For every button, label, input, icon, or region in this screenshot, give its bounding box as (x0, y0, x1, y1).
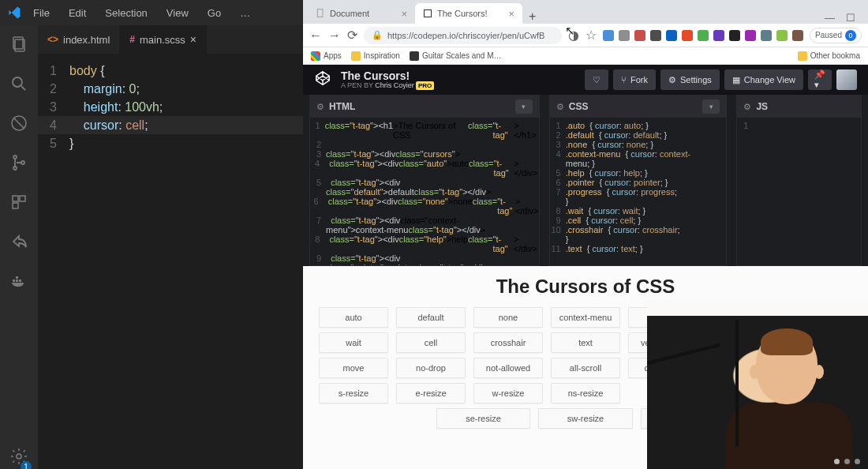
cursor-cell-none[interactable]: none (473, 307, 543, 328)
menu-go[interactable]: Go (200, 4, 229, 22)
tab-index-html[interactable]: <> index.html (38, 25, 120, 54)
cursor-cell-sw-resize[interactable]: sw-resize (538, 408, 633, 429)
explorer-icon[interactable] (9, 35, 28, 57)
cursor-cell-wait[interactable]: wait (319, 332, 388, 353)
bookmark-other[interactable]: Other bookma (798, 51, 860, 61)
close-tab-icon[interactable]: × (401, 8, 407, 20)
settings-button[interactable]: ⚙Settings (660, 69, 720, 90)
extensions-icon[interactable] (9, 193, 28, 215)
cursor-cell-not-allowed[interactable]: not-allowed (473, 358, 543, 378)
code-editor[interactable]: 1body { 2 margin: 0; 3 height: 100vh; 4 … (38, 54, 303, 469)
browser-tab-cursors[interactable]: The Cursors! × (415, 3, 522, 24)
browser-window: Document × The Cursors! × + — ☐ ← → ⟳ 🔒 … (303, 0, 868, 469)
bookmark-inspiration[interactable]: Inspiration (351, 51, 400, 61)
bookmarks-bar: Apps Inspiration Guitar Scales and M… Ot… (303, 47, 868, 65)
codepen-favicon-icon (423, 9, 432, 18)
ext-icon[interactable] (761, 30, 772, 41)
star-icon[interactable]: ☆ (586, 28, 597, 43)
svg-rect-11 (16, 280, 18, 282)
cursor-cell-move[interactable]: move (319, 358, 388, 378)
vscode-logo-icon (6, 5, 22, 21)
ext-icon[interactable] (698, 30, 709, 41)
ext-icon[interactable] (634, 30, 645, 41)
pen-byline: A PEN BY Chris CoyierPRO (341, 81, 434, 89)
cursor-cell-se-resize[interactable]: se-resize (436, 408, 531, 429)
css-editor[interactable]: 1.auto { cursor: auto; }2.default { curs… (550, 118, 727, 265)
vscode-window: File Edit Selection View Go … 1 <> i (0, 0, 303, 469)
js-editor[interactable]: 1 (737, 118, 861, 265)
user-avatar[interactable] (836, 69, 857, 90)
qr-icon[interactable]: ◑ (568, 28, 579, 43)
address-bar[interactable]: 🔒 https://codepen.io/chriscoyier/pen/uCw… (364, 27, 562, 44)
browser-tab-document[interactable]: Document × (308, 3, 415, 24)
no-bug-icon[interactable] (9, 114, 28, 136)
cursor-cell-crosshair[interactable]: crosshair (473, 332, 543, 353)
lock-icon: 🔒 (372, 30, 383, 40)
cursor-cell-auto[interactable]: auto (319, 307, 388, 328)
vscode-titlebar: File Edit Selection View Go … (0, 0, 303, 25)
minimize-icon[interactable]: — (825, 12, 835, 24)
menu-view[interactable]: View (159, 4, 196, 22)
cursor-cell-all-scroll[interactable]: all-scroll (551, 358, 620, 378)
cursor-cell-no-drop[interactable]: no-drop (396, 358, 466, 378)
svg-point-6 (21, 161, 24, 164)
cursor-cell-w-resize[interactable]: w-resize (473, 383, 543, 403)
cursor-cell-context-menu[interactable]: context-menu (551, 307, 620, 328)
svg-rect-15 (317, 9, 323, 17)
manage-gear-icon[interactable]: 1 (9, 447, 28, 469)
bookmark-apps[interactable]: Apps (311, 51, 342, 61)
docker-icon[interactable] (9, 272, 28, 294)
tab-main-scss[interactable]: # main.scss × (120, 25, 207, 54)
forward-icon[interactable]: → (328, 28, 341, 43)
svg-point-14 (17, 454, 21, 459)
menu-file[interactable]: File (25, 4, 58, 22)
share-icon[interactable] (9, 232, 28, 254)
panel-title: CSS (569, 101, 589, 112)
back-icon[interactable]: ← (309, 28, 322, 43)
source-control-icon[interactable] (9, 153, 28, 175)
cursor-cell-ns-resize[interactable]: ns-resize (551, 383, 620, 403)
menu-selection[interactable]: Selection (97, 4, 155, 22)
pin-button[interactable]: 📌▾ (808, 69, 832, 90)
menu-edit[interactable]: Edit (61, 4, 94, 22)
panel-gear-icon[interactable]: ⚙ (556, 102, 564, 112)
panel-dropdown-icon[interactable]: ▾ (702, 99, 720, 114)
ext-icon[interactable] (619, 30, 630, 41)
heart-button[interactable]: ♡ (585, 69, 608, 90)
webcam-overlay (647, 299, 868, 469)
css-panel: ⚙ CSS ▾ 1.auto { cursor: auto; }2.defaul… (549, 95, 728, 266)
url-text: https://codepen.io/chriscoyier/pen/uCwfB (387, 31, 544, 40)
panel-dropdown-icon[interactable]: ▾ (515, 99, 533, 114)
panel-gear-icon[interactable]: ⚙ (743, 102, 751, 112)
ext-icon[interactable] (776, 30, 788, 41)
ext-icon[interactable] (650, 30, 661, 41)
reload-icon[interactable]: ⟳ (347, 28, 357, 43)
cursor-cell-s-resize[interactable]: s-resize (319, 383, 388, 403)
cursor-cell-cell[interactable]: cell (396, 332, 466, 353)
search-icon[interactable] (9, 74, 28, 96)
ext-icon[interactable] (603, 30, 614, 41)
new-tab-icon[interactable]: + (522, 9, 542, 24)
ext-icon[interactable] (792, 30, 803, 41)
preview-heading: The Cursors of CSS (319, 276, 852, 298)
cursor-cell-e-resize[interactable]: e-resize (396, 383, 466, 403)
ext-icon[interactable] (713, 30, 724, 41)
cursor-cell-text[interactable]: text (551, 332, 620, 353)
codepen-logo-icon[interactable] (314, 69, 331, 90)
ext-icon[interactable] (729, 30, 740, 41)
panel-gear-icon[interactable]: ⚙ (316, 102, 324, 112)
ext-icon[interactable] (745, 30, 756, 41)
html-editor[interactable]: 1class="t-tag"><h1>The Cursors of CSScla… (310, 118, 539, 265)
bookmark-guitar[interactable]: Guitar Scales and M… (410, 51, 502, 61)
fork-button[interactable]: ⑂Fork (613, 69, 656, 90)
close-tab-icon[interactable]: × (508, 8, 514, 20)
profile-paused[interactable]: Paused0 (810, 28, 862, 43)
close-tab-icon[interactable]: × (190, 33, 196, 46)
ext-icon[interactable] (682, 30, 693, 41)
maximize-icon[interactable]: ☐ (846, 12, 855, 24)
menu-more[interactable]: … (232, 4, 258, 22)
html-panel: ⚙ HTML ▾ 1class="t-tag"><h1>The Cursors … (309, 95, 540, 266)
change-view-button[interactable]: ▦Change View (724, 69, 803, 90)
cursor-cell-default[interactable]: default (396, 307, 466, 328)
ext-icon[interactable] (666, 30, 677, 41)
